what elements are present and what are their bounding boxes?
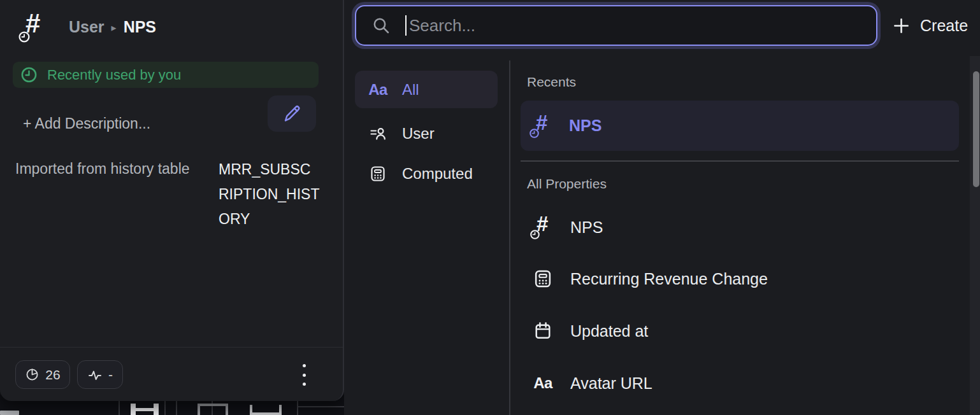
breadcrumb: User ▸ NPS [69, 18, 156, 36]
section-header-all-properties: All Properties [527, 176, 607, 192]
pie-chart-icon [25, 367, 40, 382]
property-item-label: Recurring Revenue Change [570, 270, 768, 288]
background-shape [131, 404, 159, 415]
background-shape [198, 404, 228, 415]
background-gridline [119, 401, 120, 415]
scrollbar-thumb[interactable] [973, 71, 979, 187]
sparkline-button[interactable]: - [77, 360, 123, 389]
number-clock-icon: # [531, 114, 554, 138]
clock-icon [20, 66, 38, 83]
property-item-label: NPS [570, 218, 603, 237]
background-gridline [297, 401, 298, 415]
create-button-label: Create [920, 17, 968, 35]
sparkline-value: - [108, 367, 113, 383]
usage-count-value: 26 [45, 367, 60, 383]
tab-computed[interactable]: Computed [355, 155, 498, 192]
recently-used-badge: Recently used by you [13, 62, 319, 88]
calculator-icon [531, 269, 555, 289]
search-icon [371, 16, 391, 36]
divider [521, 160, 959, 162]
chevron-right-icon: ▸ [104, 22, 124, 34]
usage-count-button[interactable]: 26 [15, 360, 70, 389]
recent-item-nps[interactable]: # NPS [521, 101, 959, 151]
background-shape [0, 411, 19, 415]
calculator-icon [368, 165, 388, 183]
property-item-label: Avatar URL [570, 374, 652, 393]
kebab-dot [303, 383, 306, 386]
property-item-updated-at[interactable]: Updated at [521, 308, 959, 354]
recent-item-label: NPS [569, 116, 602, 135]
section-header-recents: Recents [527, 74, 576, 90]
number-clock-icon: # [531, 215, 554, 239]
property-search-modal: Create Aa All User [344, 0, 980, 415]
kebab-dot [303, 364, 306, 367]
property-item-nps[interactable]: # NPS [521, 204, 959, 250]
search-input[interactable] [407, 16, 876, 36]
tab-label: User [402, 125, 435, 143]
property-item-recurring-revenue-change[interactable]: Recurring Revenue Change [521, 256, 959, 302]
divider [0, 347, 343, 348]
background-shape [250, 405, 282, 415]
plus-icon [892, 17, 911, 35]
divider [509, 60, 510, 415]
number-clock-icon: # [19, 13, 48, 43]
activity-pulse-icon [87, 367, 103, 383]
property-detail-card: # User ▸ NPS Recently used by you + Add … [0, 0, 344, 401]
create-button[interactable]: Create [892, 9, 968, 42]
import-source-value: MRR_SUBSCRIPTION_HISTORY [219, 157, 321, 232]
property-item-label: Updated at [570, 322, 648, 341]
user-list-icon [368, 125, 388, 143]
calendar-icon [531, 321, 555, 341]
search-bar[interactable] [355, 5, 877, 46]
text-aa-icon: Aa [368, 81, 388, 99]
edit-description-button[interactable] [268, 95, 316, 132]
background-gridline [164, 401, 166, 415]
more-options-button[interactable] [298, 364, 310, 386]
text-aa-icon: Aa [531, 374, 555, 392]
add-description-button[interactable]: + Add Description... [23, 115, 150, 132]
tab-label: Computed [402, 165, 473, 183]
recently-used-label: Recently used by you [47, 67, 181, 83]
breadcrumb-current: NPS [124, 18, 156, 36]
pencil-icon [281, 103, 303, 125]
breadcrumb-parent[interactable]: User [69, 18, 104, 36]
app-root: # User ▸ NPS Recently used by you + Add … [0, 0, 980, 415]
import-source-label: Imported from history table [15, 160, 190, 178]
kebab-dot [303, 374, 306, 377]
tab-user[interactable]: User [355, 115, 498, 152]
tab-label: All [402, 81, 419, 99]
tab-all[interactable]: Aa All [355, 71, 498, 108]
property-item-avatar-url[interactable]: Aa Avatar URL [521, 360, 959, 406]
background-gridline [176, 401, 177, 415]
clock-badge-icon [18, 31, 31, 43]
